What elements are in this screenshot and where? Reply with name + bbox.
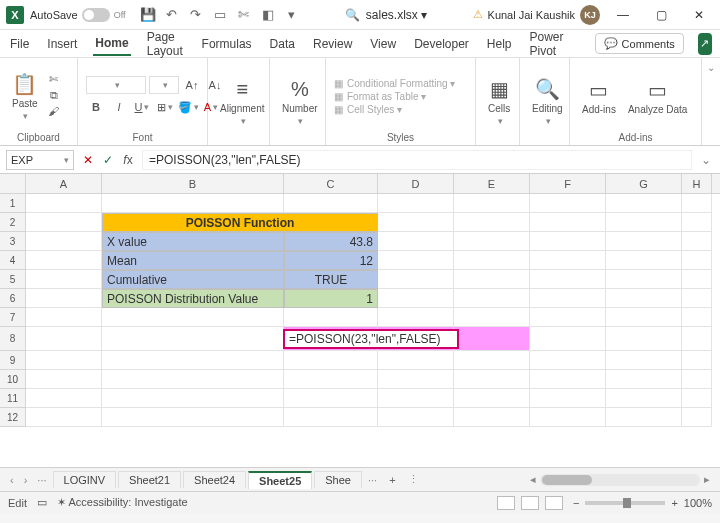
share-button[interactable]: ↗ xyxy=(698,33,712,55)
cell[interactable] xyxy=(26,327,102,351)
row-header[interactable]: 8 xyxy=(0,327,26,351)
autosave-toggle[interactable]: AutoSave Off xyxy=(30,8,126,22)
addins-button[interactable]: ▭ Add-ins xyxy=(578,76,620,117)
cells-button[interactable]: ▦ Cells ▾ xyxy=(484,75,514,128)
cell[interactable] xyxy=(26,194,102,213)
cell[interactable] xyxy=(102,408,284,427)
cell[interactable] xyxy=(606,327,682,351)
cell-label[interactable]: POISSON Distribution Value xyxy=(102,289,284,308)
cell-label[interactable]: Cumulative xyxy=(102,270,284,289)
page-layout-view-button[interactable] xyxy=(521,496,539,510)
cell[interactable] xyxy=(530,289,606,308)
zoom-out-button[interactable]: − xyxy=(573,497,579,509)
row-header[interactable]: 3 xyxy=(0,232,26,251)
cell[interactable] xyxy=(454,408,530,427)
cell[interactable] xyxy=(26,289,102,308)
cell[interactable] xyxy=(102,194,284,213)
cell[interactable] xyxy=(378,351,454,370)
cell[interactable] xyxy=(284,351,378,370)
user-account[interactable]: ⚠ Kunal Jai Kaushik KJ xyxy=(473,5,600,25)
font-name-dropdown[interactable]: ▾ xyxy=(86,76,146,94)
cell[interactable] xyxy=(378,270,454,289)
chevron-down-icon[interactable]: ▾ xyxy=(64,155,69,165)
cell[interactable] xyxy=(530,389,606,408)
font-size-dropdown[interactable]: ▾ xyxy=(149,76,179,94)
search-icon[interactable]: 🔍 xyxy=(345,8,360,22)
cell[interactable] xyxy=(606,351,682,370)
cell-value[interactable]: 43.8 xyxy=(284,232,378,251)
row-header[interactable]: 7 xyxy=(0,308,26,327)
cell[interactable] xyxy=(682,408,712,427)
cell[interactable] xyxy=(378,289,454,308)
zoom-thumb[interactable] xyxy=(623,498,631,508)
new-sheet-button[interactable]: + xyxy=(383,474,401,486)
cell[interactable] xyxy=(682,251,712,270)
tab-power-pivot[interactable]: Power Pivot xyxy=(528,26,567,62)
tab-insert[interactable]: Insert xyxy=(45,33,79,55)
cell[interactable] xyxy=(378,408,454,427)
cell[interactable] xyxy=(102,370,284,389)
cell[interactable] xyxy=(26,308,102,327)
sheet-tab[interactable]: LOGINV xyxy=(53,471,117,488)
filename[interactable]: sales.xlsx ▾ xyxy=(366,8,427,22)
copy-icon[interactable]: ⧉ xyxy=(46,89,62,103)
hscroll-left[interactable]: ◂ xyxy=(526,473,540,486)
cell[interactable] xyxy=(454,370,530,389)
cell-value[interactable]: 12 xyxy=(284,251,378,270)
cell[interactable] xyxy=(284,308,378,327)
undo-icon[interactable]: ↶ xyxy=(164,7,180,23)
cell[interactable] xyxy=(530,370,606,389)
cell[interactable] xyxy=(26,389,102,408)
cell[interactable] xyxy=(378,213,454,232)
cell[interactable] xyxy=(378,308,454,327)
cell[interactable] xyxy=(530,194,606,213)
tab-split-handle[interactable]: ⋮ xyxy=(404,473,423,486)
cell[interactable] xyxy=(26,370,102,389)
zoom-slider[interactable] xyxy=(585,501,665,505)
cell[interactable] xyxy=(454,289,530,308)
hscroll-thumb[interactable] xyxy=(542,475,592,485)
cell[interactable] xyxy=(530,270,606,289)
cell[interactable] xyxy=(102,327,284,351)
cell[interactable] xyxy=(682,270,712,289)
cell[interactable] xyxy=(606,370,682,389)
name-box[interactable]: EXP ▾ xyxy=(6,150,74,170)
cell[interactable] xyxy=(284,408,378,427)
qat-icon-3[interactable]: ◧ xyxy=(260,7,276,23)
cell-title[interactable]: POISSON Function xyxy=(102,213,378,232)
cell[interactable] xyxy=(102,308,284,327)
enter-formula-button[interactable]: ✓ xyxy=(100,153,116,167)
cell[interactable] xyxy=(284,389,378,408)
tab-formulas[interactable]: Formulas xyxy=(200,33,254,55)
qat-icon-1[interactable]: ▭ xyxy=(212,7,228,23)
cell[interactable] xyxy=(102,389,284,408)
accessibility-status[interactable]: ✶ Accessibility: Investigate xyxy=(57,496,188,509)
cell[interactable] xyxy=(26,270,102,289)
cell-value[interactable]: TRUE xyxy=(284,270,378,289)
cell[interactable] xyxy=(284,370,378,389)
minimize-button[interactable]: — xyxy=(608,3,638,27)
cell[interactable] xyxy=(530,232,606,251)
underline-button[interactable]: U▾ xyxy=(132,98,152,116)
zoom-level[interactable]: 100% xyxy=(684,497,712,509)
row-header[interactable]: 6 xyxy=(0,289,26,308)
number-button[interactable]: % Number ▾ xyxy=(278,76,322,128)
cell[interactable] xyxy=(682,308,712,327)
fill-color-button[interactable]: 🪣▾ xyxy=(178,98,198,116)
row-header[interactable]: 9 xyxy=(0,351,26,370)
cancel-formula-button[interactable]: ✕ xyxy=(80,153,96,167)
cell[interactable] xyxy=(682,327,712,351)
qat-icon-2[interactable]: ✄ xyxy=(236,7,252,23)
col-header-d[interactable]: D xyxy=(378,174,454,193)
cell[interactable] xyxy=(454,389,530,408)
cell[interactable] xyxy=(606,232,682,251)
conditional-formatting-button[interactable]: ▦Conditional Formatting ▾ xyxy=(334,78,455,89)
cell-value[interactable]: 1 xyxy=(284,289,378,308)
cell[interactable] xyxy=(606,389,682,408)
analyze-data-button[interactable]: ▭ Analyze Data xyxy=(624,76,691,117)
bold-button[interactable]: B xyxy=(86,98,106,116)
cell[interactable] xyxy=(26,251,102,270)
cell[interactable] xyxy=(682,289,712,308)
tab-file[interactable]: File xyxy=(8,33,31,55)
cell[interactable] xyxy=(378,194,454,213)
